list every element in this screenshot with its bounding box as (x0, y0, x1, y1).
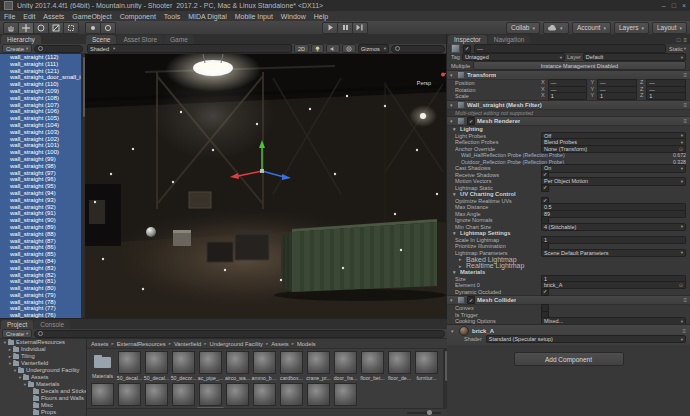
hierarchy-item[interactable]: wall_straight (78) (0, 299, 85, 306)
breadcrumb-item[interactable]: Assets (271, 341, 288, 347)
asset-scrollbar[interactable] (443, 348, 447, 409)
hierarchy-item[interactable]: wall_straight (79) (0, 292, 85, 299)
asset-item[interactable]: tech_cra... (251, 383, 278, 408)
hierarchy-item[interactable]: wall_straight (94) (0, 190, 85, 197)
tab-asset-store[interactable]: Asset Store (117, 35, 163, 44)
component-header-mesh-renderer[interactable]: ▾✓Mesh Renderer≡ (447, 116, 690, 126)
gear-icon[interactable]: ≡ (683, 118, 687, 124)
effects-toggle-icon[interactable] (342, 44, 356, 53)
tab-project[interactable]: Project (1, 320, 33, 329)
hierarchy-item[interactable]: wall_straight (84) (0, 258, 85, 265)
hierarchy-item[interactable]: wall_straight (104) (0, 122, 85, 129)
foldout-icon[interactable]: ▾ (450, 297, 455, 303)
hierarchy-item[interactable]: wall_straight (111) (0, 61, 85, 68)
asset-item[interactable]: door_fra... (332, 351, 359, 381)
add-component-button[interactable]: Add Component (514, 352, 624, 366)
hierarchy-item[interactable]: wall_straight (121) (0, 68, 85, 75)
hierarchy-item[interactable]: wall_straight_door_small_inset (0, 74, 85, 81)
scene-search-input[interactable] (391, 45, 445, 53)
asset-item[interactable]: vent_sha... (224, 383, 251, 408)
hierarchy-item[interactable]: wall_straight (107) (0, 102, 85, 109)
hierarchy-item[interactable]: wall_straight (88) (0, 231, 85, 238)
material-preview-header[interactable]: ▾ brick_A ≡ Shader Standard (Specular se… (447, 324, 690, 345)
foldout-icon[interactable]: ▾ (450, 102, 455, 108)
asset-item[interactable]: h_cabine... (89, 383, 116, 408)
hierarchy-item[interactable]: wall_straight (80) (0, 285, 85, 292)
account-dropdown[interactable]: Account (572, 22, 611, 34)
breadcrumb-item[interactable]: ExternalResources (117, 341, 166, 347)
tree-item-assets[interactable]: ▾Assets (0, 374, 86, 381)
instance-management-button[interactable]: Instance Management Disabled (473, 61, 686, 70)
lock-icon[interactable]: □ (677, 37, 681, 43)
hand-tool-icon[interactable] (3, 22, 19, 34)
dropdown-field[interactable]: Scene Default Parameters (541, 249, 686, 258)
menu-assets[interactable]: Assets (39, 13, 68, 20)
tree-item-floors-and-walls[interactable]: Floors and Walls (0, 395, 86, 402)
hierarchy-item[interactable]: wall_straight (93) (0, 197, 85, 204)
hierarchy-item[interactable]: wall_straight (81) (0, 278, 85, 285)
asset-item[interactable]: roll_doo... (332, 383, 359, 408)
menu-edit[interactable]: Edit (19, 13, 39, 20)
active-checkbox[interactable]: ✓ (463, 45, 471, 53)
static-dropdown[interactable]: Static (669, 46, 686, 52)
hierarchy-item[interactable]: wall_straight (108) (0, 95, 85, 102)
menu-mida-digital[interactable]: MIDA Digital (184, 13, 231, 20)
project-search-input[interactable] (34, 330, 445, 338)
dropdown-field[interactable]: On (541, 164, 686, 173)
hierarchy-item[interactable]: wall_straight (103) (0, 129, 85, 136)
asset-item[interactable]: crane_pr... (305, 351, 332, 381)
checkbox[interactable]: ✓ (541, 184, 549, 192)
hierarchy-item[interactable]: wall_straight (102) (0, 136, 85, 143)
play-button[interactable] (322, 22, 338, 34)
layer-dropdown[interactable]: Default (583, 53, 686, 62)
asset-item[interactable]: furnitur... (413, 351, 440, 381)
collab-button[interactable]: Collab (506, 22, 540, 34)
hierarchy-item[interactable]: wall_straight (90) (0, 217, 85, 224)
rect-tool-icon[interactable] (64, 22, 79, 34)
step-button[interactable] (353, 22, 368, 34)
tree-item-props[interactable]: Props (0, 409, 86, 416)
pivot-toggle-icon[interactable] (85, 22, 101, 34)
scale-tool-icon[interactable] (49, 22, 64, 34)
move-tool-icon[interactable] (19, 22, 34, 34)
checkbox[interactable]: ✓ (541, 288, 549, 296)
scene-viewport[interactable]: Persp (85, 54, 447, 318)
gear-icon[interactable]: ≡ (683, 102, 687, 108)
menu-mobile-input[interactable]: Mobile Input (231, 13, 277, 20)
menu-window[interactable]: Window (277, 13, 310, 20)
component-header-mesh-collider[interactable]: ▾✓Mesh Collider≡ (447, 295, 690, 305)
asset-item[interactable]: floor_de... (386, 351, 413, 381)
axis-value-field[interactable]: 1 (548, 92, 588, 100)
breadcrumb-item[interactable]: Models (297, 341, 316, 347)
asset-item[interactable]: Materials (89, 351, 116, 381)
hierarchy-item[interactable]: wall_straight (82) (0, 272, 85, 279)
persp-label[interactable]: Persp (409, 80, 439, 86)
menu-icon[interactable]: ≡ (683, 37, 687, 43)
audio-toggle-icon[interactable] (326, 44, 340, 53)
rotate-tool-icon[interactable] (34, 22, 49, 34)
component-header-wall-straight-mesh-filter-[interactable]: ▾Wall_straight (Mesh Filter)≡ (447, 100, 690, 110)
asset-item[interactable]: ac_pipe_... (197, 351, 224, 381)
shading-mode-dropdown[interactable]: Shaded (87, 44, 292, 53)
menu-help[interactable]: Help (310, 13, 332, 20)
foldout-icon[interactable]: ▾ (453, 126, 458, 132)
tree-item-vanterfield[interactable]: ▾Vanterfield (0, 360, 86, 367)
tab-console[interactable]: Console (34, 320, 70, 329)
gear-icon[interactable]: ≡ (683, 72, 687, 78)
hierarchy-item[interactable]: wall_straight (89) (0, 224, 85, 231)
tab-game[interactable]: Game (164, 35, 194, 44)
tree-item-misc[interactable]: Misc (0, 402, 86, 409)
hierarchy-item[interactable]: wall_straight (86) (0, 244, 85, 251)
close-button[interactable]: × (682, 2, 686, 9)
gear-icon[interactable]: ≡ (682, 328, 686, 334)
tree-item-underground-facility[interactable]: ▾Underground Facility (0, 367, 86, 374)
tab-navigation[interactable]: Navigation (488, 35, 531, 44)
foldout-icon[interactable]: ▾ (453, 269, 458, 275)
gameobject-name-field[interactable]: — (474, 44, 666, 53)
breadcrumb-item[interactable]: Vanterfield (174, 341, 201, 347)
layers-dropdown[interactable]: Layers (614, 22, 649, 34)
tree-item-materials[interactable]: ▾Materials (0, 381, 86, 388)
dropdown-field[interactable]: 4 (Stitchable) (541, 223, 686, 232)
hierarchy-item[interactable]: wall_straight (99) (0, 156, 85, 163)
dropdown-field[interactable]: Mixed... (541, 317, 686, 324)
